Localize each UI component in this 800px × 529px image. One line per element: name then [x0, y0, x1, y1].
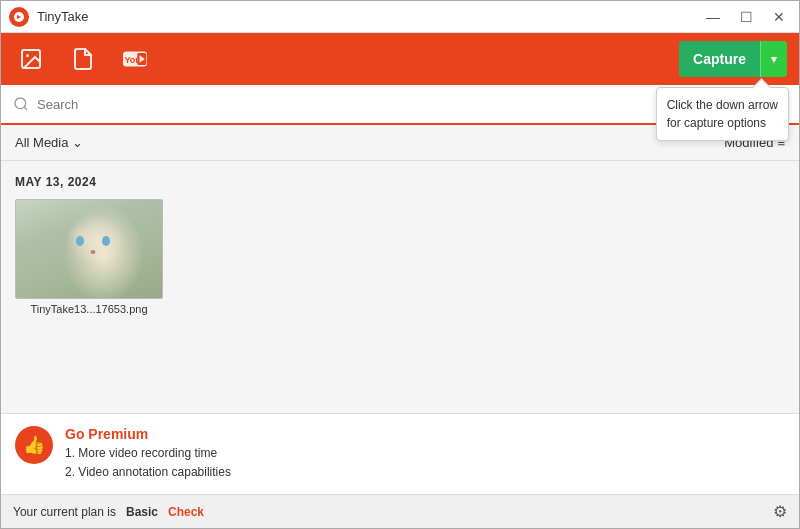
title-bar: TinyTake — ☐ ✕ — [1, 1, 799, 33]
media-filter-chevron: ⌄ — [72, 135, 83, 150]
window-controls: — ☐ ✕ — [700, 8, 791, 26]
capture-label: Capture — [679, 41, 760, 77]
status-text: Your current plan is Basic Check — [13, 505, 204, 519]
all-media-label: All Media — [15, 135, 68, 150]
svg-point-7 — [15, 98, 26, 109]
capture-button[interactable]: Capture ▾ — [679, 41, 787, 77]
search-icon — [13, 96, 29, 112]
premium-section: 👍 Go Premium 1. More video recording tim… — [1, 413, 799, 494]
capture-tooltip: Click the down arrow for capture options — [656, 87, 789, 141]
tooltip-line1: Click the down arrow — [667, 98, 778, 112]
date-section-label: MAY 13, 2024 — [15, 175, 785, 189]
svg-point-2 — [26, 54, 29, 57]
premium-text: Go Premium 1. More video recording time … — [65, 426, 785, 482]
premium-feature-2: 2. Video annotation capabilities — [65, 463, 785, 482]
status-bar: Your current plan is Basic Check ⚙ — [1, 494, 799, 528]
status-prefix: Your current plan is — [13, 505, 116, 519]
status-plan: Basic — [126, 505, 158, 519]
main-content: MAY 13, 2024 TinyTake13...17653.png — [1, 161, 799, 413]
main-toolbar: You Capture ▾ Click the down arrow for c… — [1, 33, 799, 85]
maximize-button[interactable]: ☐ — [734, 8, 759, 26]
youtube-icon[interactable]: You — [117, 41, 153, 77]
thumbs-up-icon: 👍 — [23, 434, 45, 456]
cat-nose — [91, 250, 96, 254]
app-logo — [9, 7, 29, 27]
cat-eye-right — [102, 236, 110, 246]
app-title: TinyTake — [37, 9, 700, 24]
capture-dropdown-arrow[interactable]: ▾ — [760, 41, 787, 77]
premium-feature-1: 1. More video recording time — [65, 444, 785, 463]
tooltip-line2: for capture options — [667, 116, 766, 130]
media-thumbnail — [15, 199, 163, 299]
media-grid: TinyTake13...17653.png — [15, 199, 785, 315]
gear-icon[interactable]: ⚙ — [773, 502, 787, 521]
document-icon[interactable] — [65, 41, 101, 77]
go-premium-link[interactable]: Go Premium — [65, 426, 785, 442]
cat-eye-left — [76, 236, 84, 246]
media-filename: TinyTake13...17653.png — [30, 303, 147, 315]
close-button[interactable]: ✕ — [767, 8, 791, 26]
media-filter[interactable]: All Media ⌄ — [15, 135, 83, 150]
toolbar-icons: You — [13, 41, 679, 77]
media-icon[interactable] — [13, 41, 49, 77]
premium-icon: 👍 — [15, 426, 53, 464]
list-item[interactable]: TinyTake13...17653.png — [15, 199, 163, 315]
svg-line-8 — [24, 107, 27, 110]
premium-row: 👍 Go Premium 1. More video recording tim… — [15, 426, 785, 482]
cat-face-overlay — [68, 228, 118, 273]
minimize-button[interactable]: — — [700, 8, 726, 26]
check-link[interactable]: Check — [168, 505, 204, 519]
logo-icon — [13, 11, 25, 23]
